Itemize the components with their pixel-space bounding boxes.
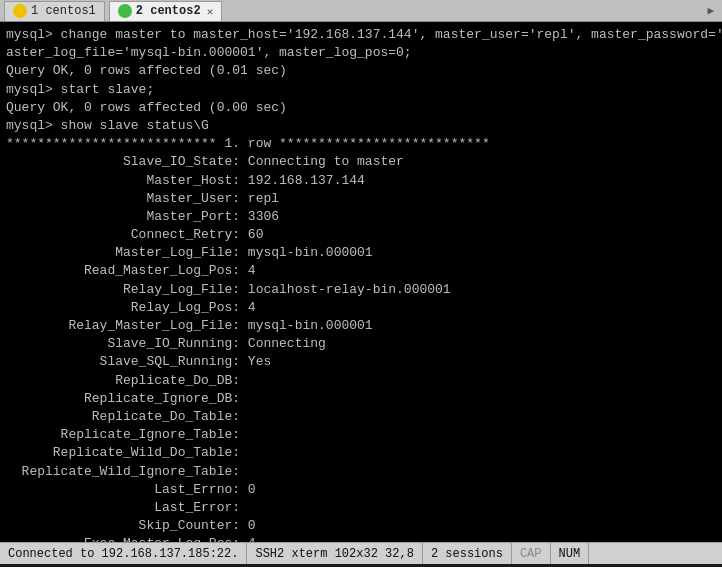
tab-label-centos1: 1 centos1: [31, 4, 96, 18]
terminal-line: Relay_Master_Log_File: mysql-bin.000001: [6, 317, 716, 335]
terminal-line: Replicate_Wild_Do_Table:: [6, 444, 716, 462]
tab-close-centos2[interactable]: ✕: [207, 5, 214, 18]
terminal-line: Exec_Master_Log_Pos: 4: [6, 535, 716, 542]
terminal-line: Slave_IO_State: Connecting to master: [6, 153, 716, 171]
terminal-line: Query OK, 0 rows affected (0.01 sec): [6, 62, 716, 80]
terminal-line: Query OK, 0 rows affected (0.00 sec): [6, 99, 716, 117]
terminal-line: *************************** 1. row *****…: [6, 135, 716, 153]
terminal-line: Slave_IO_Running: Connecting: [6, 335, 716, 353]
terminal-line: Last_Errno: 0: [6, 481, 716, 499]
terminal-line: Master_User: repl: [6, 190, 716, 208]
status-protocol: SSH2 xterm 102x32 32,8: [247, 543, 422, 564]
terminal-line: Slave_SQL_Running: Yes: [6, 353, 716, 371]
tab-label-centos2: 2 centos2: [136, 4, 201, 18]
terminal-line: Replicate_Do_Table:: [6, 408, 716, 426]
terminal-line: mysql> start slave;: [6, 81, 716, 99]
title-arrow[interactable]: ▶: [703, 4, 718, 17]
title-bar: 1 centos1 2 centos2 ✕ ▶: [0, 0, 722, 22]
tab-centos1[interactable]: 1 centos1: [4, 1, 105, 21]
terminal-line: mysql> change master to master_host='192…: [6, 26, 716, 44]
terminal-line: Replicate_Wild_Ignore_Table:: [6, 463, 716, 481]
status-caps: CAP: [512, 543, 551, 564]
tab-icon-centos1: [13, 4, 27, 18]
terminal-line: aster_log_file='mysql-bin.000001', maste…: [6, 44, 716, 62]
terminal-line: Connect_Retry: 60: [6, 226, 716, 244]
terminal-line: Relay_Log_Pos: 4: [6, 299, 716, 317]
terminal-line: Last_Error:: [6, 499, 716, 517]
terminal-line: Master_Port: 3306: [6, 208, 716, 226]
terminal-line: Read_Master_Log_Pos: 4: [6, 262, 716, 280]
terminal-line: mysql> show slave status\G: [6, 117, 716, 135]
status-sessions: 2 sessions: [423, 543, 512, 564]
terminal: mysql> change master to master_host='192…: [0, 22, 722, 542]
terminal-line: Master_Host: 192.168.137.144: [6, 172, 716, 190]
status-bar: Connected to 192.168.137.185:22. SSH2 xt…: [0, 542, 722, 564]
status-num: NUM: [551, 543, 590, 564]
terminal-content: mysql> change master to master_host='192…: [6, 26, 716, 542]
terminal-line: Skip_Counter: 0: [6, 517, 716, 535]
terminal-line: Replicate_Do_DB:: [6, 372, 716, 390]
status-connection: Connected to 192.168.137.185:22.: [6, 543, 247, 564]
terminal-line: Master_Log_File: mysql-bin.000001: [6, 244, 716, 262]
terminal-line: Replicate_Ignore_Table:: [6, 426, 716, 444]
tab-icon-centos2: [118, 4, 132, 18]
terminal-line: Replicate_Ignore_DB:: [6, 390, 716, 408]
terminal-line: Relay_Log_File: localhost-relay-bin.0000…: [6, 281, 716, 299]
tab-centos2[interactable]: 2 centos2 ✕: [109, 1, 222, 21]
